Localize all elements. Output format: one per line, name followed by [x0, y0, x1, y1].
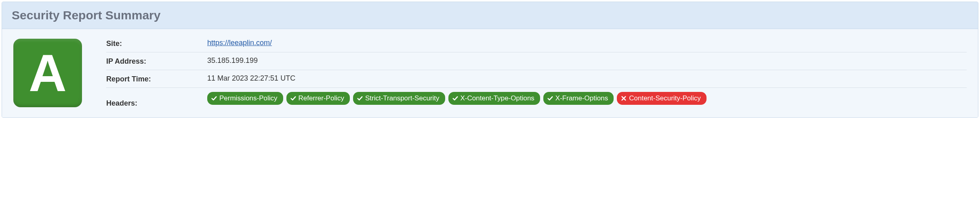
label-ip: IP Address:: [106, 56, 207, 66]
check-icon: [452, 96, 458, 101]
check-icon: [357, 96, 363, 101]
header-badge-permissions-policy: Permissions-Policy: [207, 92, 283, 105]
cross-icon: [621, 96, 627, 101]
value-time: 11 Mar 2023 22:27:51 UTC: [207, 74, 967, 83]
label-time: Report Time:: [106, 74, 207, 83]
value-ip: 35.185.199.199: [207, 56, 967, 65]
security-report-panel: Security Report Summary A Site: https://…: [2, 2, 978, 118]
header-badge-referrer-policy: Referrer-Policy: [286, 92, 350, 105]
grade-letter: A: [29, 47, 67, 99]
header-badge-label: Permissions-Policy: [219, 94, 278, 103]
panel-header: Security Report Summary: [2, 2, 978, 29]
site-link[interactable]: https://leeaplin.com/: [207, 39, 272, 47]
grade-badge: A: [13, 39, 82, 107]
value-site: https://leeaplin.com/: [207, 39, 967, 47]
check-icon: [211, 96, 217, 101]
header-badges: Permissions-PolicyReferrer-PolicyStrict-…: [207, 92, 967, 105]
row-site: Site: https://leeaplin.com/: [106, 39, 967, 52]
panel-title: Security Report Summary: [12, 8, 968, 22]
header-badge-content-security-policy: Content-Security-Policy: [617, 92, 707, 105]
header-badge-label: X-Content-Type-Options: [461, 94, 534, 103]
row-time: Report Time: 11 Mar 2023 22:27:51 UTC: [106, 70, 967, 87]
panel-body: A Site: https://leeaplin.com/ IP Address…: [2, 29, 978, 117]
header-badge-x-content-type-options: X-Content-Type-Options: [448, 92, 540, 105]
label-headers: Headers:: [106, 92, 207, 108]
row-headers: Headers: Permissions-PolicyReferrer-Poli…: [106, 87, 967, 108]
check-icon: [290, 96, 296, 101]
header-badge-label: Content-Security-Policy: [629, 94, 701, 103]
value-headers: Permissions-PolicyReferrer-PolicyStrict-…: [207, 92, 967, 105]
row-ip: IP Address: 35.185.199.199: [106, 52, 967, 70]
label-site: Site:: [106, 39, 207, 48]
check-icon: [547, 96, 553, 101]
details-table: Site: https://leeaplin.com/ IP Address: …: [106, 39, 967, 108]
header-badge-label: Referrer-Policy: [299, 94, 344, 103]
header-badge-x-frame-options: X-Frame-Options: [543, 92, 614, 105]
header-badge-strict-transport-security: Strict-Transport-Security: [353, 92, 445, 105]
header-badge-label: Strict-Transport-Security: [365, 94, 440, 103]
header-badge-label: X-Frame-Options: [555, 94, 608, 103]
